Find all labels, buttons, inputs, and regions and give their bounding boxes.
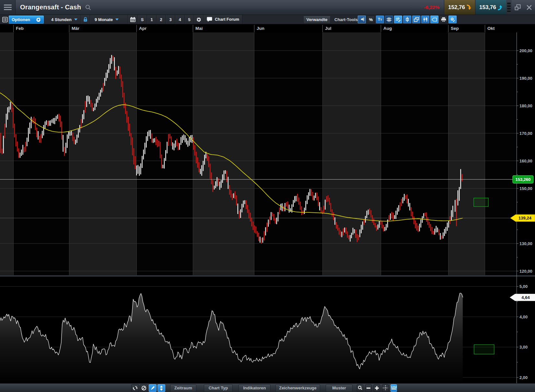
grid-pencil-icon bbox=[396, 17, 401, 22]
chart-forum-button[interactable]: Chart Forum bbox=[204, 15, 242, 24]
zoom-in-button[interactable] bbox=[374, 384, 380, 392]
grid-button[interactable] bbox=[385, 16, 393, 23]
list-view-button[interactable] bbox=[1, 16, 8, 23]
gears-pencil-icon bbox=[450, 17, 455, 22]
zoom-box-button[interactable] bbox=[357, 384, 363, 392]
related-button[interactable]: Verwandte bbox=[303, 16, 331, 24]
price-label-button[interactable] bbox=[430, 16, 438, 23]
zoom-preset-4[interactable]: 4 bbox=[175, 15, 185, 24]
prohibited-icon bbox=[141, 386, 146, 391]
plus-icon bbox=[375, 386, 379, 390]
zoom-preset-5[interactable]: 5 bbox=[185, 15, 194, 24]
month-column bbox=[448, 32, 485, 275]
values-icon: 1234 bbox=[391, 386, 397, 390]
month-label: Jun bbox=[257, 26, 264, 31]
timeframe-button[interactable]: Zeitraum bbox=[170, 384, 196, 392]
sell-price-button[interactable]: 152,76 bbox=[444, 0, 475, 15]
chevron-down-icon bbox=[115, 18, 119, 20]
price-tick-label: 120,00 bbox=[519, 269, 532, 274]
order-arrows-button[interactable] bbox=[157, 384, 165, 392]
indicator-tick-label: 4,00 bbox=[519, 315, 528, 319]
restore-window-button[interactable] bbox=[512, 0, 523, 15]
month-label: Feb bbox=[16, 26, 24, 31]
chart-type-button[interactable]: Chart Typ bbox=[204, 384, 233, 392]
change-percent: -6,22% bbox=[424, 5, 439, 10]
minus-icon bbox=[366, 386, 371, 390]
sell-price-value: 152,76 bbox=[448, 4, 465, 11]
menu-button[interactable] bbox=[0, 0, 16, 15]
buy-price-button[interactable]: 153,76 bbox=[475, 0, 506, 15]
indicators-button[interactable]: Indikatoren bbox=[238, 384, 271, 392]
zoom-search-icon bbox=[358, 386, 363, 390]
period-dropdown[interactable]: 9 Monate bbox=[90, 15, 128, 24]
close-window-button[interactable] bbox=[523, 0, 535, 15]
chart-window: Orangensaft - Cash -6,22% 152,76 153,76 bbox=[0, 0, 535, 392]
month-label: Mär bbox=[72, 26, 80, 31]
last-price-tag: 153,260 bbox=[513, 175, 533, 183]
undo-button[interactable] bbox=[358, 16, 366, 23]
options-button[interactable]: Optionen bbox=[9, 16, 44, 24]
period-value: 9 Monate bbox=[95, 17, 113, 22]
crosshair-button[interactable] bbox=[382, 384, 389, 392]
draw-on-grid-button[interactable] bbox=[394, 16, 402, 23]
zoom-out-button[interactable] bbox=[365, 384, 372, 392]
interval-dropdown[interactable]: 4 Stunden bbox=[44, 15, 81, 24]
zoom-preset-3[interactable]: 3 bbox=[166, 15, 175, 24]
sell-arrow-down-icon bbox=[467, 5, 471, 10]
zoom-preset-2[interactable]: 2 bbox=[157, 15, 166, 24]
chat-bubble-icon bbox=[206, 17, 213, 22]
drawing-tools-button[interactable]: Zeichenwerkzeuge bbox=[275, 384, 320, 392]
zoom-preset-1[interactable]: 1 bbox=[147, 15, 157, 24]
month-column bbox=[193, 32, 254, 275]
layouts-button[interactable] bbox=[412, 16, 420, 23]
price-tick-label: 190,00 bbox=[519, 76, 532, 81]
percent-scale-button[interactable]: % bbox=[367, 16, 375, 23]
alert-range-box[interactable] bbox=[474, 345, 494, 354]
list-icon bbox=[2, 17, 8, 22]
panel-splitter[interactable] bbox=[0, 275, 535, 277]
price-tick-label: 130,00 bbox=[519, 241, 532, 246]
scale-button[interactable]: S bbox=[138, 15, 147, 24]
search-icon[interactable] bbox=[85, 4, 91, 11]
layers-icon bbox=[414, 17, 419, 22]
window-grip-handle[interactable] bbox=[506, 0, 512, 15]
indicator-tick-label: 2,00 bbox=[519, 375, 528, 380]
candle-type-button[interactable] bbox=[403, 16, 411, 23]
up-down-arrows-icon bbox=[159, 386, 164, 391]
tool-settings-button[interactable] bbox=[448, 16, 457, 23]
chart-area[interactable]: FebMärAprMaiJunJulAugSepOkt200,00190,001… bbox=[0, 24, 535, 383]
buy-arrow-up-icon bbox=[498, 5, 502, 10]
chart-forum-label: Chart Forum bbox=[215, 17, 239, 22]
lock-interval-button[interactable] bbox=[81, 15, 90, 24]
month-label: Jul bbox=[325, 26, 331, 31]
price-tick-label: 170,00 bbox=[519, 131, 532, 136]
crosshair-icon bbox=[383, 385, 388, 391]
patterns-button[interactable]: Muster bbox=[326, 384, 353, 392]
buy-price-value: 153,76 bbox=[479, 4, 496, 11]
alert-range-box[interactable] bbox=[474, 198, 488, 207]
compare-charts-button[interactable] bbox=[421, 16, 429, 23]
price-chart-svg: FebMärAprMaiJunJulAugSepOkt200,00190,001… bbox=[0, 24, 535, 383]
show-values-button[interactable]: 1234 bbox=[390, 384, 397, 392]
chart-tools-label: Chart-Tools bbox=[334, 15, 358, 24]
draw-button[interactable] bbox=[149, 384, 157, 392]
refresh-icon bbox=[133, 386, 138, 391]
candlestick-icon bbox=[406, 17, 409, 22]
calendar-icon bbox=[130, 17, 136, 22]
disable-drawing-button[interactable] bbox=[140, 384, 148, 392]
refresh-button[interactable] bbox=[131, 384, 139, 392]
restore-icon bbox=[515, 4, 521, 10]
print-button[interactable] bbox=[439, 16, 448, 23]
calendar-button[interactable] bbox=[128, 15, 138, 24]
percent-icon: % bbox=[369, 17, 373, 22]
svg-text:1234: 1234 bbox=[391, 386, 397, 389]
text-annotation-button[interactable]: TT bbox=[376, 16, 384, 23]
indicator-tick-label: 5,00 bbox=[519, 284, 528, 289]
instrument-title: Orangensaft - Cash bbox=[20, 4, 81, 11]
bottom-toolbar: Zeitraum Chart Typ Indikatoren Zeichenwe… bbox=[0, 383, 535, 392]
pencil-icon bbox=[150, 386, 155, 390]
gear-icon bbox=[196, 17, 202, 22]
indicator-value-tag: 4,64 bbox=[510, 294, 535, 301]
printer-icon bbox=[441, 17, 446, 22]
chart-settings-button[interactable] bbox=[194, 15, 204, 24]
